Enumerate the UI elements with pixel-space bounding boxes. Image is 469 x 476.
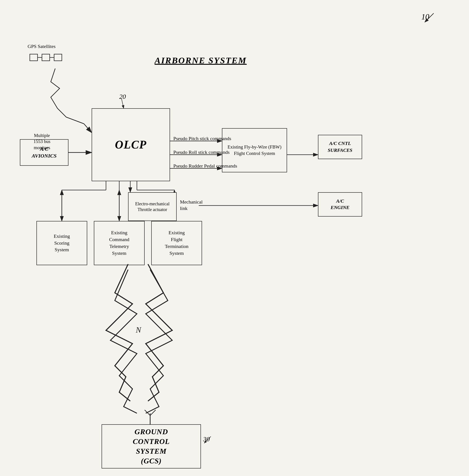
lightning-bolt: N	[88, 264, 221, 414]
mech-link-label: Mechanicallink	[180, 199, 203, 211]
scoring-box: ExistingScoringSystem	[36, 221, 87, 265]
flight-term-box: ExistingFlightTerminationSystem	[151, 221, 202, 265]
roll-cmd-label: Pseudo Roll stick commands	[173, 149, 230, 155]
diagram: 10 AIRBORNE SYSTEM GPS Satellites A/CAVI…	[0, 0, 469, 476]
svg-line-2	[84, 124, 92, 133]
ref-20-arrow	[117, 97, 128, 110]
gps-satellites-label: GPS Satellites	[28, 43, 56, 50]
ref-10-arrow	[420, 11, 438, 24]
cmd-telemetry-box: ExistingCommandTelemetrySystem	[94, 221, 145, 265]
svg-line-32	[121, 98, 124, 108]
ref-30-arrow	[201, 434, 214, 445]
rudder-cmd-label: Pseudo Rudder Pedal commands	[173, 163, 237, 169]
svg-text:N: N	[136, 325, 142, 334]
airborne-system-title: AIRBORNE SYSTEM	[155, 55, 247, 66]
svg-line-36	[204, 436, 211, 443]
gps-symbols	[29, 52, 64, 64]
ac-cntl-box: A/C CNTLSURFACES	[318, 135, 362, 159]
throttle-box: Electro-mechanical Throttle actuator	[128, 192, 177, 221]
olcp-box: OLCP	[92, 108, 170, 181]
svg-rect-27	[42, 54, 50, 61]
bus-monitors-label: Multiple1553 busmonitors	[22, 133, 62, 151]
ac-engine-box: A/CENGINE	[318, 192, 362, 217]
svg-rect-26	[30, 54, 37, 61]
gcs-box: GROUNDCONTROLSYSTEM(GCS)	[102, 424, 201, 469]
svg-line-24	[425, 13, 434, 22]
svg-rect-28	[54, 54, 62, 61]
pitch-cmd-label: Pseudo Pitch stick commands	[173, 135, 231, 142]
